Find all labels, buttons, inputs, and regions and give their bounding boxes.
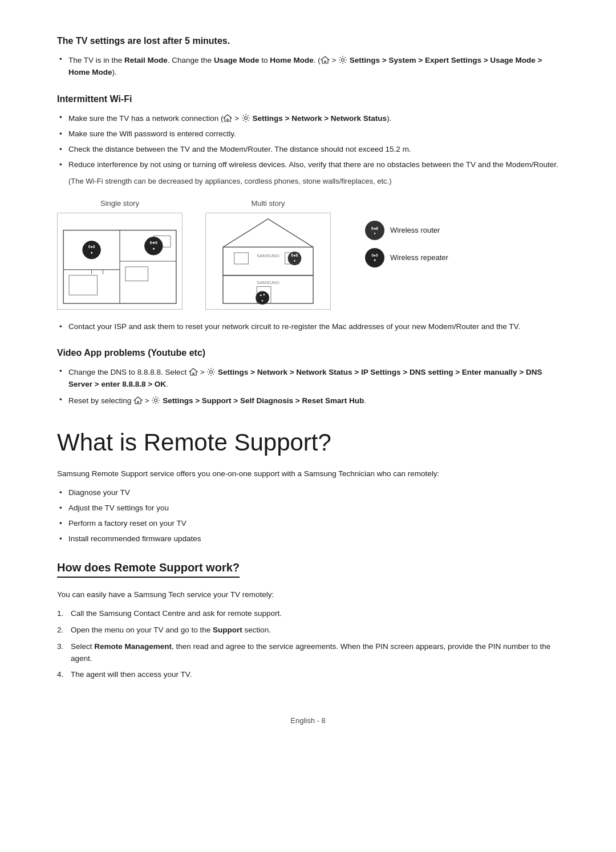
video-app-item-1: Change the DNS to 8.8.8.8. Select > Sett…: [57, 366, 559, 391]
tv-settings-heading: The TV settings are lost after 5 minutes…: [57, 34, 559, 48]
tv-settings-list: The TV is in the Retail Mode. Change the…: [57, 54, 559, 79]
svg-text:●: ●: [261, 299, 264, 302]
wifi-section: Intermittent Wi-Fi Make sure the TV has …: [57, 92, 559, 333]
step-1: 1. Call the Samsung Contact Centre and a…: [57, 608, 559, 620]
svg-text:SAMSUNG: SAMSUNG: [257, 253, 279, 258]
wifi-item-2: Make sure the Wifi password is entered c…: [57, 128, 559, 140]
reset-path: Settings > Support > Self Diagnosis > Re…: [163, 396, 364, 405]
step-1-text: Call the Samsung Contact Centre and ask …: [71, 609, 282, 618]
svg-point-31: [368, 224, 382, 237]
step-3: 3. Select Remote Management, then read a…: [57, 641, 559, 665]
single-story-svg: 0●0 ● 0●0 ●: [57, 213, 183, 310]
diagnose-item: Diagnose your TV: [57, 487, 559, 499]
remote-management-text: Remote Management: [94, 642, 172, 651]
tv-settings-section: The TV settings are lost after 5 minutes…: [57, 34, 559, 79]
dns-path: Settings > Network > Network Status > IP…: [68, 368, 542, 388]
wifi-note: (The Wi-Fi strength can be decreased by …: [68, 176, 559, 187]
remote-support-intro: Samsung Remote Support service offers yo…: [57, 468, 559, 480]
how-remote-steps: 1. Call the Samsung Contact Centre and a…: [57, 608, 559, 681]
svg-text:●: ●: [294, 259, 296, 262]
legend-item-repeater: 0●0 ● Wireless repeater: [365, 248, 448, 267]
video-app-heading: Video App problems (Youtube etc): [57, 346, 559, 360]
step-4-text: The agent will then access your TV.: [71, 670, 192, 679]
gear-icon-4: [151, 396, 160, 405]
single-story-label: Single story: [100, 198, 139, 209]
svg-rect-10: [69, 275, 97, 295]
wifi-item-1: Make sure the TV has a network connectio…: [57, 112, 559, 125]
svg-text:0●0: 0●0: [150, 240, 158, 245]
home-icon-2: [223, 114, 232, 122]
home-icon: [321, 56, 330, 64]
wifi-item-3: Check the distance between the TV and th…: [57, 144, 559, 156]
svg-point-1: [244, 116, 247, 119]
svg-point-37: [210, 371, 213, 374]
step-4: 4. The agent will then access your TV.: [57, 669, 559, 681]
gear-icon: [338, 55, 347, 64]
multi-story-svg: SAMSUNG SAMSUNG 6●8 ● ▲▼ ●: [205, 213, 331, 310]
svg-point-38: [155, 399, 157, 402]
step-3-num: 3.: [57, 641, 63, 653]
multi-story-label: Multi story: [251, 198, 285, 209]
support-text: Support: [213, 626, 242, 634]
tv-settings-item-1: The TV is in the Retail Mode. Change the…: [57, 54, 559, 79]
gear-icon-2: [241, 113, 250, 123]
wifi-list: Make sure the TV has a network connectio…: [57, 112, 559, 171]
remote-support-section: What is Remote Support? Samsung Remote S…: [57, 424, 559, 545]
step-2-num: 2.: [57, 624, 63, 636]
svg-point-0: [342, 59, 345, 62]
home-icon-3: [189, 368, 198, 376]
legend-item-router: 6●8 ● Wireless router: [365, 221, 448, 240]
svg-text:SAMSUNG: SAMSUNG: [257, 279, 279, 285]
repeater-svg: 0●0 ●: [367, 250, 382, 265]
router-icon: 6●8 ●: [365, 221, 384, 240]
remote-support-list: Diagnose your TV Adjust the TV settings …: [57, 487, 559, 545]
step-2: 2. Open the menu on your TV and go to th…: [57, 624, 559, 636]
router-svg: 6●8 ●: [367, 223, 382, 238]
diagram-container: Single story 0●0: [57, 198, 559, 310]
wifi-item-4: Reduce interference by not using or turn…: [57, 159, 559, 171]
svg-text:▲▼: ▲▼: [259, 293, 266, 297]
wifi-heading: Intermittent Wi-Fi: [57, 92, 559, 106]
how-remote-intro: You can easily have a Samsung Tech servi…: [57, 589, 559, 601]
router-label: Wireless router: [390, 225, 440, 236]
remote-support-heading: What is Remote Support?: [57, 424, 559, 460]
repeater-icon: 0●0 ●: [365, 248, 384, 267]
svg-text:●: ●: [374, 258, 376, 262]
multi-story-col: Multi story SAMS: [205, 198, 331, 310]
isp-list: Contact your ISP and ask them to reset y…: [57, 321, 559, 333]
home-mode-text: Home Mode: [270, 56, 314, 64]
svg-rect-8: [125, 266, 148, 281]
single-story-col: Single story 0●0: [57, 198, 183, 310]
adjust-item: Adjust the TV settings for you: [57, 502, 559, 514]
page: The TV settings are lost after 5 minutes…: [0, 0, 616, 852]
svg-text:0●0: 0●0: [371, 253, 378, 257]
video-app-list: Change the DNS to 8.8.8.8. Select > Sett…: [57, 366, 559, 407]
svg-text:6●8: 6●8: [291, 253, 298, 257]
isp-item: Contact your ISP and ask them to reset y…: [57, 321, 559, 333]
video-app-section: Video App problems (Youtube etc) Change …: [57, 346, 559, 407]
step-4-num: 4.: [57, 669, 63, 681]
svg-text:●: ●: [91, 250, 93, 254]
page-footer: English - 8: [57, 715, 559, 727]
home-icon-4: [133, 396, 143, 404]
svg-text:●: ●: [374, 232, 376, 235]
video-app-item-2: Reset by selecting > Settings > Support …: [57, 394, 559, 407]
svg-rect-20: [234, 253, 249, 264]
how-remote-section: How does Remote Support work? You can ea…: [57, 559, 559, 681]
firmware-item: Install recommended firmware updates: [57, 533, 559, 545]
gear-icon-3: [206, 367, 216, 376]
legend-col: 6●8 ● Wireless router 0●0 ● Wirel: [365, 221, 448, 267]
svg-text:6●8: 6●8: [371, 226, 378, 230]
network-status-path: Settings > Network > Network Status: [253, 114, 387, 123]
repeater-label: Wireless repeater: [390, 252, 448, 263]
usage-mode-text: Usage Mode: [214, 56, 260, 64]
svg-text:●: ●: [152, 246, 155, 250]
footer-text: English - 8: [290, 716, 325, 725]
factory-reset-item: Perform a factory reset on your TV: [57, 518, 559, 530]
how-remote-heading: How does Remote Support work?: [57, 559, 240, 578]
retail-mode-text: Retail Mode: [124, 56, 168, 64]
step-1-num: 1.: [57, 608, 63, 620]
svg-text:0●0: 0●0: [88, 245, 95, 249]
